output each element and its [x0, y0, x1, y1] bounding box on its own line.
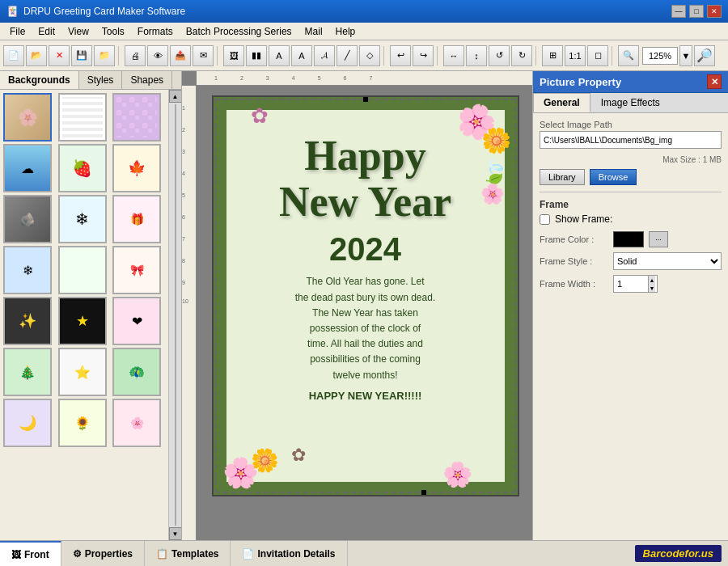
bg-thumb-17[interactable]: ⭐: [58, 348, 107, 396]
leaf-right: 🍃: [480, 158, 509, 185]
thumbnail-grid: 🌸 ☁ 🍓 🍁: [3, 93, 165, 447]
grid-button[interactable]: ⊞: [542, 45, 563, 66]
thumbnail-scroll[interactable]: 🌸 ☁ 🍓 🍁: [0, 90, 168, 540]
zoom-out-btn[interactable]: 🔎: [694, 45, 715, 66]
tab-properties[interactable]: ⚙ Properties: [61, 541, 145, 566]
tab-properties-label: Properties: [85, 548, 133, 560]
bg-thumb-21[interactable]: 🌸: [112, 399, 161, 447]
ratio-button[interactable]: 1:1: [565, 45, 586, 66]
maximize-button[interactable]: □: [689, 5, 704, 18]
barcode-button[interactable]: ▮▮: [246, 45, 267, 66]
rotate-l-button[interactable]: ↺: [489, 45, 510, 66]
frame-color-swatch[interactable]: [613, 231, 644, 247]
redo-button[interactable]: ↪: [413, 45, 434, 66]
bg-thumb-1[interactable]: 🌸: [3, 93, 52, 142]
bg-thumb-11[interactable]: [58, 246, 107, 294]
window-controls[interactable]: — □ ✕: [671, 5, 722, 18]
toolbar-sep-4: [437, 46, 440, 65]
frame-style-select[interactable]: Solid Dashed Dotted Double: [613, 252, 722, 270]
tab-backgrounds[interactable]: Backgrounds: [0, 71, 79, 89]
close-doc-button[interactable]: ✕: [49, 45, 70, 66]
undo-button[interactable]: ↩: [390, 45, 411, 66]
email-button[interactable]: ✉: [193, 45, 214, 66]
canvas-area[interactable]: 1 2 3 4 5 6 7 1 2 3 4 5 6 7 8 9 10: [182, 71, 532, 540]
zoom-in-btn[interactable]: 🔍: [618, 45, 639, 66]
bg-thumb-10[interactable]: ❄: [3, 246, 52, 294]
scroll-down-button[interactable]: ▼: [169, 527, 182, 540]
script-button[interactable]: 𝓐: [314, 45, 335, 66]
print-preview-button[interactable]: 👁: [147, 45, 168, 66]
tab-front-label: Front: [24, 549, 49, 560]
bg-thumb-8[interactable]: ❄: [58, 195, 107, 243]
tab-front[interactable]: 🖼 Front: [0, 541, 61, 566]
menu-formats[interactable]: Formats: [131, 24, 180, 39]
rotate-r-button[interactable]: ↻: [511, 45, 532, 66]
print-button[interactable]: 🖨: [125, 45, 146, 66]
text-button[interactable]: A: [269, 45, 290, 66]
save-button[interactable]: 💾: [71, 45, 92, 66]
show-frame-checkbox[interactable]: [540, 214, 550, 225]
bg-thumb-15[interactable]: ❤: [112, 297, 161, 345]
new-button[interactable]: 📄: [3, 45, 24, 66]
bg-thumb-18[interactable]: 🦚: [112, 348, 161, 396]
scroll-up-button[interactable]: ▲: [169, 90, 182, 103]
flip-h-button[interactable]: ↔: [443, 45, 464, 66]
tab-templates[interactable]: 📋 Templates: [145, 541, 231, 566]
shape-button[interactable]: ◇: [359, 45, 380, 66]
menu-file[interactable]: File: [3, 24, 32, 39]
bg-thumb-6[interactable]: 🍁: [112, 144, 161, 192]
zoom-dropdown-button[interactable]: ▼: [679, 45, 692, 66]
bg-thumb-12[interactable]: 🎀: [112, 246, 161, 294]
line-button[interactable]: ╱: [336, 45, 358, 66]
bg-thumb-3[interactable]: [112, 93, 161, 142]
bg-thumb-20[interactable]: 🌻: [58, 399, 107, 447]
frame-style-label: Frame Style :: [540, 256, 608, 266]
bg-thumb-9[interactable]: 🎁: [112, 195, 161, 243]
tab-templates-icon: 📋: [156, 548, 168, 560]
menu-mail[interactable]: Mail: [298, 24, 329, 39]
tab-general[interactable]: General: [533, 93, 590, 112]
bg-thumb-2[interactable]: [58, 93, 107, 142]
menu-help[interactable]: Help: [329, 24, 362, 39]
bg-thumb-4[interactable]: ☁: [3, 144, 52, 192]
bg-thumb-16[interactable]: 🎄: [3, 348, 52, 396]
tab-styles[interactable]: Styles: [79, 71, 123, 89]
library-button[interactable]: Library: [540, 169, 585, 185]
bg-thumb-13[interactable]: ✨: [3, 297, 52, 345]
bg-thumb-19[interactable]: 🌙: [3, 399, 52, 447]
save-as-button[interactable]: 📁: [94, 45, 115, 66]
frame-width-input[interactable]: [616, 276, 648, 292]
tab-image-effects[interactable]: Image Effects: [590, 93, 671, 112]
export-button[interactable]: 📤: [170, 45, 191, 66]
bg-thumb-14[interactable]: ★: [58, 297, 107, 345]
bg-thumb-7[interactable]: 🪨: [3, 195, 52, 243]
spin-up-button[interactable]: ▲: [649, 276, 655, 284]
tab-properties-icon: ⚙: [73, 548, 82, 560]
flower-bottom-mid: ✿: [291, 445, 306, 466]
bg-thumb-5[interactable]: 🍓: [58, 144, 107, 192]
spin-down-button[interactable]: ▼: [649, 284, 655, 292]
menu-edit[interactable]: Edit: [32, 24, 61, 39]
max-size-label: Max Size : 1 MB: [540, 155, 722, 164]
prop-close-button[interactable]: ✕: [707, 74, 722, 89]
tab-shapes[interactable]: Shapes: [122, 71, 172, 89]
browse-button[interactable]: Browse: [590, 169, 637, 185]
view-button[interactable]: ◻: [587, 45, 608, 66]
tab-invitation[interactable]: 📄 Invitation Details: [231, 541, 347, 566]
open-button[interactable]: 📂: [26, 45, 47, 66]
flip-v-button[interactable]: ↕: [466, 45, 487, 66]
image-path-input[interactable]: [540, 131, 722, 149]
menu-batch[interactable]: Batch Processing Series: [180, 24, 298, 39]
image-button[interactable]: 🖼: [223, 45, 244, 66]
flower-bottom-right: 🌸: [442, 460, 472, 488]
frame-color-picker-button[interactable]: ···: [649, 231, 668, 247]
menu-view[interactable]: View: [61, 24, 95, 39]
main-layout: Backgrounds Styles Shapes 🌸: [0, 71, 728, 540]
zoom-input[interactable]: [642, 47, 678, 65]
text2-button[interactable]: A: [291, 45, 312, 66]
minimize-button[interactable]: —: [671, 5, 686, 18]
year-text: 2024: [233, 231, 498, 268]
card-container[interactable]: 🌸 🌼 🍃 🌸 Happy New Year 2024 The Old Year…: [212, 95, 519, 496]
close-button[interactable]: ✕: [707, 5, 722, 18]
menu-tools[interactable]: Tools: [95, 24, 131, 39]
